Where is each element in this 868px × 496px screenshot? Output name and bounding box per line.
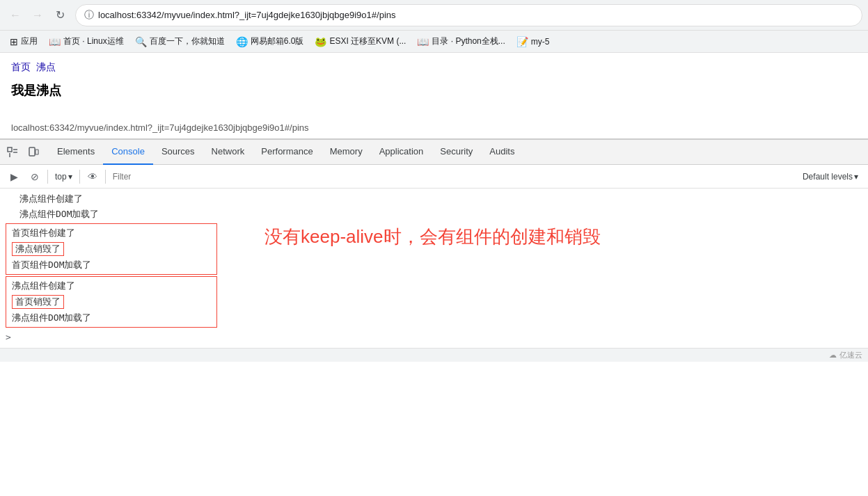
- tab-application[interactable]: Application: [371, 140, 432, 165]
- console-toolbar: ▶ ⊘ top ▾ 👁 Default levels ▾: [0, 165, 868, 189]
- tab-application-label: Application: [379, 146, 424, 157]
- console-prompt[interactable]: [0, 329, 868, 345]
- watermark: ☁ 亿速云: [829, 350, 862, 360]
- page-content: 首页 沸点 我是沸点: [0, 53, 868, 118]
- tab-audits-label: Audits: [489, 146, 514, 157]
- console-group2-line2: 首页销毁了: [6, 294, 216, 310]
- forward-button[interactable]: →: [28, 6, 47, 25]
- tab-network-label: Network: [212, 146, 245, 157]
- tab-console[interactable]: Console: [103, 140, 153, 165]
- devtools-icon-group: [3, 143, 43, 162]
- svg-rect-2: [35, 150, 38, 154]
- bookmark-label: 目录 · Python全栈...: [432, 35, 505, 47]
- browser-toolbar: ← → ↻ ⓘ localhost:63342/myvue/index.html…: [0, 0, 868, 31]
- svg-rect-1: [29, 147, 35, 156]
- tab-performance-label: Performance: [261, 146, 313, 157]
- bookmark-python[interactable]: 📖 目录 · Python全栈...: [413, 34, 509, 49]
- mail-icon: 🌐: [236, 36, 248, 47]
- levels-button[interactable]: Default levels ▾: [798, 170, 862, 183]
- address-text: localhost:63342/myvue/index.html?_ijt=7u…: [98, 10, 853, 20]
- bookmark-mail[interactable]: 🌐 网易邮箱6.0版: [232, 34, 308, 49]
- bookmark-label: ESXI 迁移至KVM (...: [329, 35, 406, 47]
- lock-icon: ⓘ: [84, 9, 94, 22]
- play-button[interactable]: ▶: [6, 168, 22, 185]
- svg-rect-0: [8, 147, 12, 152]
- page-url-display: localhost:63342/myvue/index.html?_ijt=7u…: [0, 118, 868, 139]
- block-button[interactable]: ⊘: [26, 168, 43, 185]
- destroyed-badge-1: 沸点销毁了: [12, 242, 64, 256]
- eye-button[interactable]: 👁: [84, 168, 101, 185]
- tab-security-label: Security: [440, 146, 473, 157]
- inspect-icon-button[interactable]: [3, 143, 22, 162]
- browser-footer: ☁ 亿速云: [0, 348, 868, 362]
- python-icon: 📖: [417, 36, 429, 47]
- tab-network[interactable]: Network: [203, 140, 253, 165]
- console-line-1: 沸点组件创建了: [0, 191, 868, 207]
- breadcrumb-home[interactable]: 首页: [11, 61, 31, 74]
- console-group1-line3: 首页组件DOM加载了: [6, 257, 216, 273]
- bookmark-linux[interactable]: 📖 首页 · Linux运维: [45, 34, 128, 49]
- console-group1-line2: 沸点销毁了: [6, 241, 216, 257]
- baidu-icon: 🔍: [135, 36, 147, 47]
- console-annotated-section: 首页组件创建了 沸点销毁了 首页组件DOM加载了 沸点组件创建了 首页销毁了 沸…: [0, 222, 868, 329]
- breadcrumb-current[interactable]: 沸点: [36, 61, 56, 74]
- bookmark-label: 应用: [21, 35, 38, 47]
- tab-elements[interactable]: Elements: [49, 140, 103, 165]
- toolbar-separator2: [79, 170, 80, 184]
- tab-sources-label: Sources: [161, 146, 195, 157]
- console-group-left: 首页组件创建了 沸点销毁了 首页组件DOM加载了 沸点组件创建了 首页销毁了 沸…: [0, 222, 223, 329]
- reload-button[interactable]: ↻: [50, 6, 70, 25]
- devtools-tabs: Elements Console Sources Network Perform…: [0, 140, 868, 165]
- destroyed-badge-2: 首页销毁了: [12, 295, 64, 309]
- tab-security[interactable]: Security: [432, 140, 481, 165]
- tab-elements-label: Elements: [57, 146, 95, 157]
- tab-console-label: Console: [111, 146, 145, 157]
- levels-label: Default levels: [803, 172, 853, 182]
- tab-performance[interactable]: Performance: [253, 140, 321, 165]
- book-icon: 📖: [49, 36, 61, 47]
- context-selector[interactable]: top ▾: [52, 170, 75, 183]
- console-group2-line3: 沸点组件DOM加载了: [6, 310, 216, 326]
- tab-sources[interactable]: Sources: [153, 140, 203, 165]
- breadcrumb: 首页 沸点: [11, 61, 857, 74]
- tab-memory[interactable]: Memory: [322, 140, 371, 165]
- filter-input[interactable]: [110, 170, 794, 183]
- tab-audits[interactable]: Audits: [481, 140, 523, 165]
- address-bar[interactable]: ⓘ localhost:63342/myvue/index.html?_ijt=…: [75, 4, 862, 26]
- bookmark-apps[interactable]: ⊞ 应用: [6, 34, 42, 49]
- toolbar-separator: [47, 170, 48, 184]
- bookmark-label: 首页 · Linux运维: [63, 35, 124, 47]
- annotation-text: 没有keep-alive时，会有组件的创建和销毁: [265, 225, 601, 249]
- nav-buttons: ← → ↻: [6, 6, 70, 25]
- device-icon-button[interactable]: [24, 143, 43, 162]
- esxi-icon: 🐸: [315, 36, 326, 47]
- bookmark-baidu[interactable]: 🔍 百度一下，你就知道: [131, 34, 229, 49]
- bookmark-my5[interactable]: 📝 my-5: [512, 35, 554, 49]
- chevron-down-icon: ▾: [68, 172, 72, 182]
- cloud-icon: ☁: [829, 351, 837, 360]
- console-group-box-2: 沸点组件创建了 首页销毁了 沸点组件DOM加载了: [6, 276, 217, 328]
- console-line-2: 沸点组件DOM加载了: [0, 207, 868, 222]
- bookmark-label: 百度一下，你就知道: [150, 35, 225, 47]
- bookmark-label: 网易邮箱6.0版: [251, 35, 304, 47]
- back-button[interactable]: ←: [6, 6, 25, 25]
- toolbar-separator3: [105, 170, 106, 184]
- annotation-area: 没有keep-alive时，会有组件的创建和销毁: [223, 222, 868, 249]
- console-group1-line1: 首页组件创建了: [6, 225, 216, 241]
- tab-memory-label: Memory: [330, 146, 363, 157]
- bookmark-esxi[interactable]: 🐸 ESXI 迁移至KVM (...: [310, 34, 410, 49]
- console-group-box-1: 首页组件创建了 沸点销毁了 首页组件DOM加载了: [6, 223, 217, 275]
- console-group2-line1: 沸点组件创建了: [6, 278, 216, 294]
- levels-chevron-icon: ▾: [854, 172, 858, 182]
- page-heading: 我是沸点: [11, 82, 857, 99]
- devtools-panel: Elements Console Sources Network Perform…: [0, 139, 868, 348]
- bookmarks-bar: ⊞ 应用 📖 首页 · Linux运维 🔍 百度一下，你就知道 🌐 网易邮箱6.…: [0, 31, 868, 53]
- watermark-text: 亿速云: [839, 350, 862, 360]
- console-output: 沸点组件创建了 沸点组件DOM加载了 首页组件创建了 沸点销毁了 首页组件DOM…: [0, 189, 868, 348]
- bookmark-label: my-5: [531, 37, 550, 47]
- apps-icon: ⊞: [10, 36, 18, 47]
- my5-icon: 📝: [516, 36, 528, 47]
- context-value: top: [55, 172, 67, 182]
